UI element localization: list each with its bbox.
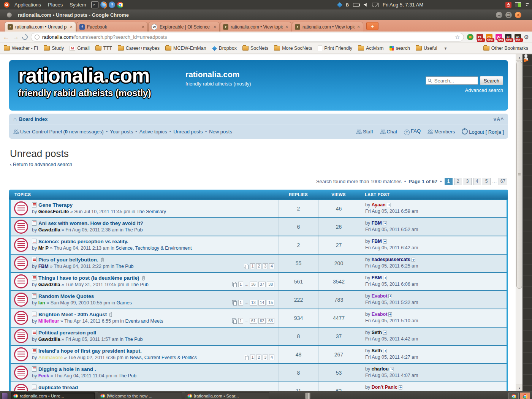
nav-link-your-posts[interactable]: Your posts xyxy=(110,129,133,135)
taskbar-window-button[interactable]: [rationalia.com • Sear... xyxy=(185,392,269,399)
scroll-up-arrow[interactable]: ▲ xyxy=(516,54,523,61)
goto-last-post-icon[interactable] xyxy=(387,203,391,207)
nav-link-new-posts[interactable]: New posts xyxy=(209,129,232,135)
topic-author-link[interactable]: Ian xyxy=(38,300,45,306)
topic-title-link[interactable]: Science: public perception vs reality. xyxy=(38,239,128,244)
scrollbar-thumb[interactable] xyxy=(516,61,522,289)
mini-pagination-page[interactable]: 2 xyxy=(256,263,261,269)
topic-title-link[interactable]: Ani sex with women. How do they avoid it… xyxy=(38,220,143,226)
goto-last-post-icon[interactable] xyxy=(412,258,416,262)
mini-pagination-page[interactable]: 3 xyxy=(263,355,268,360)
topic-title-link[interactable]: Things I have to post (la deuxième parti… xyxy=(38,275,139,281)
topic-title-link[interactable]: Digging a hole in sand . xyxy=(38,366,96,372)
nav-link-logout[interactable]: Logout [ Ronja ] xyxy=(462,128,504,135)
wrench-menu-icon[interactable]: ⚙ xyxy=(524,34,529,41)
topic-author-link[interactable]: Gawdzilla xyxy=(38,337,60,342)
goto-last-post-icon[interactable] xyxy=(390,367,394,371)
mini-pagination-page[interactable]: 1 xyxy=(250,355,255,360)
advanced-search-link[interactable]: Advanced search xyxy=(465,87,503,93)
minimize-button[interactable]: – xyxy=(496,12,502,18)
chevron-down-icon[interactable]: ▼ xyxy=(444,46,448,51)
goto-last-post-icon[interactable] xyxy=(383,221,387,225)
trash-icon[interactable] xyxy=(305,393,310,399)
bookmark-item[interactable]: Print Friendly xyxy=(318,46,352,51)
search-button[interactable]: Search xyxy=(480,76,503,85)
topic-title-link[interactable]: Gene Therapy xyxy=(38,202,73,208)
mini-pagination-page[interactable]: 38 xyxy=(267,282,274,287)
topic-forum-link[interactable]: The Pub xyxy=(119,373,136,378)
pagination-page[interactable]: 5 xyxy=(483,178,491,185)
topic-forum-link[interactable]: The Pub xyxy=(130,282,148,287)
forum-logo[interactable]: rationalia.com friendly rabid atheists (… xyxy=(18,65,151,98)
browser-tab[interactable]: f Facebook × xyxy=(76,22,148,32)
bookmark-item[interactable]: Career+maybes xyxy=(118,46,160,51)
goto-last-post-icon[interactable] xyxy=(399,385,403,390)
extension-icon[interactable]: W955 xyxy=(496,34,502,40)
topic-author-link[interactable]: Animavore xyxy=(38,355,63,360)
goto-last-post-icon[interactable] xyxy=(388,294,393,298)
dropbox-tray-icon[interactable] xyxy=(337,2,342,7)
mini-pagination-page[interactable]: 4 xyxy=(269,263,274,269)
topic-title-link[interactable]: Random Movie Quotes xyxy=(38,293,94,299)
browser-tab[interactable]: r rationalia.com • View topic × xyxy=(292,22,363,32)
topic-author-link[interactable]: Gawdzilla xyxy=(38,282,60,287)
menu-applications[interactable]: Applications xyxy=(11,0,44,10)
topic-title-link[interactable]: duplicate thread xyxy=(38,385,78,390)
volume-tray-icon[interactable] xyxy=(364,3,368,7)
scroll-down-arrow[interactable]: ▼ xyxy=(516,385,523,391)
browser-tab[interactable]: r rationalia.com • Unread po × xyxy=(5,22,76,32)
mini-pagination-page[interactable]: 4 xyxy=(269,355,274,360)
workspace-2[interactable] xyxy=(520,393,530,399)
terminal-launcher-icon[interactable]: >_ xyxy=(91,1,98,8)
goto-last-post-icon[interactable] xyxy=(383,331,387,335)
topic-title-link[interactable]: Brighton Meet - 20th August xyxy=(38,312,107,317)
mini-pagination-page[interactable]: 1 xyxy=(238,282,244,287)
clock[interactable]: Fri Aug 5, 7:31 AM xyxy=(383,2,423,8)
last-post-author-link[interactable]: Evabot xyxy=(372,293,388,299)
menu-places[interactable]: Places xyxy=(44,0,66,10)
new-tab-button[interactable]: + xyxy=(366,22,378,30)
mini-pagination-page[interactable]: 3 xyxy=(263,263,268,269)
maximize-button[interactable]: ❑ xyxy=(505,12,512,18)
taskbar-window-button[interactable]: [Welcome to the new ... xyxy=(98,392,182,399)
bookmark-item[interactable]: Activism xyxy=(358,46,384,51)
topic-forum-link[interactable]: Games xyxy=(116,300,131,306)
bookmark-item[interactable]: SocNets xyxy=(242,46,268,51)
tab-close-icon[interactable]: × xyxy=(357,24,360,30)
last-post-author-link[interactable]: Evabot xyxy=(372,312,388,317)
extension-icon[interactable]: ✂999+ xyxy=(477,34,483,40)
topic-forum-link[interactable]: Science, Technology & Environment xyxy=(116,245,192,251)
topic-forum-link[interactable]: The Pub xyxy=(116,264,133,269)
topic-author-link[interactable]: Feck xyxy=(38,373,49,378)
pagination-page[interactable]: 67 xyxy=(499,178,507,185)
bookmark-item[interactable]: MCEW-EmMan xyxy=(165,46,206,51)
pagination-page[interactable]: 2 xyxy=(454,178,462,185)
site-globe-icon[interactable] xyxy=(35,35,40,40)
topic-forum-link[interactable]: The Pub xyxy=(125,337,142,342)
vertical-scrollbar[interactable]: ▲ ▼ xyxy=(516,54,523,391)
breadcrumb-board-index[interactable]: ⌂ Board index xyxy=(13,116,48,122)
bookmark-item[interactable]: Study xyxy=(44,46,64,51)
extension-icon[interactable]: H999+ xyxy=(505,34,511,40)
extension-icon[interactable]: m999+ xyxy=(515,34,521,40)
pagination-page[interactable]: 4 xyxy=(473,178,481,185)
last-post-author-link[interactable]: FBM xyxy=(372,275,382,280)
last-post-author-link[interactable]: charlou xyxy=(372,366,389,372)
power-session-icon[interactable] xyxy=(505,2,511,8)
return-advanced-search-link[interactable]: ‹ Return to advanced search xyxy=(10,162,72,167)
last-post-author-link[interactable]: Ayaan xyxy=(372,202,386,207)
reload-button[interactable] xyxy=(21,33,29,41)
tab-close-icon[interactable]: × xyxy=(70,24,73,30)
mini-pagination-page[interactable]: 1 xyxy=(238,318,244,324)
goto-last-post-icon[interactable] xyxy=(383,276,387,280)
bookmark-item[interactable]: More SocNets xyxy=(274,46,312,51)
topic-forum-link[interactable]: The Seminary xyxy=(136,209,166,214)
topic-title-link[interactable]: Pics of your bellybutton. xyxy=(38,257,98,263)
window-menu-icon[interactable] xyxy=(7,13,12,17)
workspace-1[interactable] xyxy=(508,393,519,399)
help-launcher-icon[interactable]: ? xyxy=(109,2,115,8)
goto-last-post-icon[interactable] xyxy=(383,239,387,244)
topic-author-link[interactable]: Gawdzilla xyxy=(38,227,60,233)
nav-link-active-topics[interactable]: Active topics xyxy=(139,129,167,135)
last-post-author-link[interactable]: Don't Panic xyxy=(372,385,397,390)
